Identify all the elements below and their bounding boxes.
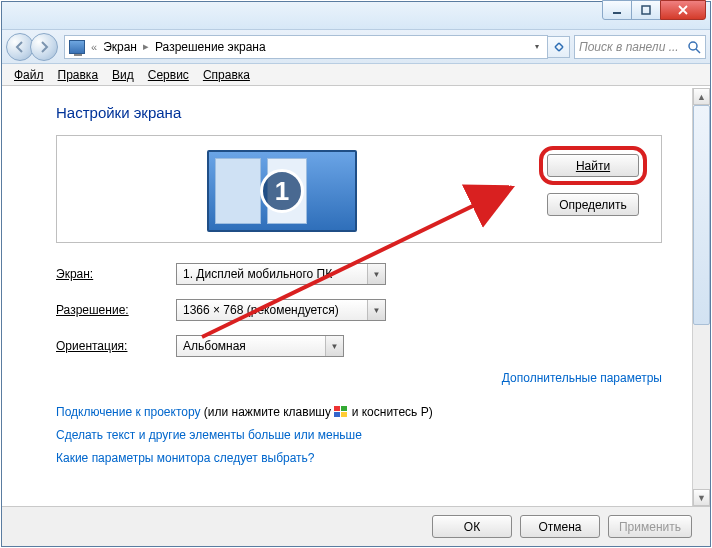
scroll-up-arrow[interactable]: ▲ xyxy=(693,88,710,105)
menu-file[interactable]: Файл xyxy=(8,66,50,84)
minimize-icon xyxy=(611,5,623,15)
content-area: Настройки экрана 1 Найти Определить Экра… xyxy=(2,88,692,506)
projector-link[interactable]: Подключение к проектору xyxy=(56,405,201,419)
refresh-button[interactable] xyxy=(548,36,570,58)
search-icon xyxy=(687,40,701,57)
menu-bar: Файл Правка Вид Сервис Справка xyxy=(2,64,710,86)
menu-view[interactable]: Вид xyxy=(106,66,140,84)
projector-line: Подключение к проектору (или нажмите кла… xyxy=(56,401,662,424)
preview-panel-left xyxy=(215,158,261,224)
row-orientation: Ориентация: Альбомная ▼ xyxy=(56,335,662,357)
find-button[interactable]: Найти xyxy=(547,154,639,177)
combo-resolution-value: 1366 × 768 (рекомендуется) xyxy=(183,303,339,317)
search-placeholder: Поиск в панели ... xyxy=(579,40,679,54)
label-screen: Экран: xyxy=(56,267,176,281)
label-orientation: Ориентация: xyxy=(56,339,176,353)
combo-resolution[interactable]: 1366 × 768 (рекомендуется) ▼ xyxy=(176,299,386,321)
display-preview-monitor[interactable]: 1 xyxy=(207,150,357,232)
dialog-footer: ОК Отмена Применить xyxy=(2,506,710,546)
svg-line-3 xyxy=(696,49,700,53)
breadcrumb-separator: « xyxy=(91,41,97,53)
minimize-button[interactable] xyxy=(602,0,632,20)
maximize-icon xyxy=(640,5,652,15)
forward-arrow-icon xyxy=(37,40,51,54)
page-title: Настройки экрана xyxy=(56,104,662,121)
svg-rect-0 xyxy=(613,12,621,14)
caption-buttons xyxy=(603,0,706,20)
svg-point-2 xyxy=(689,42,697,50)
projector-tail-a: (или нажмите клавишу xyxy=(201,405,335,419)
breadcrumb-resolution[interactable]: Разрешение экрана xyxy=(155,40,266,54)
window-frame: « Экран ▸ Разрешение экрана ▾ Поиск в па… xyxy=(1,1,711,547)
cancel-button[interactable]: Отмена xyxy=(520,515,600,538)
combo-orientation-value: Альбомная xyxy=(183,339,246,353)
advanced-settings-link[interactable]: Дополнительные параметры xyxy=(502,371,662,385)
address-bar[interactable]: « Экран ▸ Разрешение экрана ▾ xyxy=(64,35,548,59)
menu-edit[interactable]: Правка xyxy=(52,66,105,84)
combo-screen[interactable]: 1. Дисплей мобильного ПК ▼ xyxy=(176,263,386,285)
scroll-track[interactable] xyxy=(693,105,710,489)
forward-button[interactable] xyxy=(30,33,58,61)
title-bar xyxy=(2,2,710,30)
menu-help[interactable]: Справка xyxy=(197,66,256,84)
breadcrumb-arrow: ▸ xyxy=(143,40,149,53)
chevron-down-icon: ▼ xyxy=(325,336,343,356)
close-icon xyxy=(677,5,689,15)
combo-screen-value: 1. Дисплей мобильного ПК xyxy=(183,267,332,281)
chevron-down-icon: ▼ xyxy=(367,264,385,284)
search-input[interactable]: Поиск в панели ... xyxy=(574,35,706,59)
text-size-link[interactable]: Сделать текст и другие элементы больше и… xyxy=(56,428,362,442)
close-button[interactable] xyxy=(660,0,706,20)
address-dropdown[interactable]: ▾ xyxy=(531,42,543,51)
detect-button[interactable]: Определить xyxy=(547,193,639,216)
help-links: Подключение к проектору (или нажмите кла… xyxy=(56,401,662,469)
scroll-thumb[interactable] xyxy=(693,105,710,325)
apply-button[interactable]: Применить xyxy=(608,515,692,538)
display-preview-box: 1 Найти Определить xyxy=(56,135,662,243)
row-screen: Экран: 1. Дисплей мобильного ПК ▼ xyxy=(56,263,662,285)
menu-service[interactable]: Сервис xyxy=(142,66,195,84)
label-resolution: Разрешение: xyxy=(56,303,176,317)
projector-tail-b: и коснитесь P) xyxy=(348,405,432,419)
back-arrow-icon xyxy=(13,40,27,54)
advanced-link-row: Дополнительные параметры xyxy=(56,371,662,385)
vertical-scrollbar[interactable]: ▲ ▼ xyxy=(692,88,710,506)
windows-key-icon xyxy=(334,406,348,418)
nav-bar: « Экран ▸ Разрешение экрана ▾ Поиск в па… xyxy=(2,30,710,64)
maximize-button[interactable] xyxy=(631,0,661,20)
breadcrumb-screen[interactable]: Экран xyxy=(103,40,137,54)
chevron-down-icon: ▼ xyxy=(367,300,385,320)
ok-button[interactable]: ОК xyxy=(432,515,512,538)
svg-rect-1 xyxy=(642,6,650,14)
refresh-icon xyxy=(552,40,566,54)
annotation-highlight: Найти xyxy=(539,146,647,185)
scroll-down-arrow[interactable]: ▼ xyxy=(693,489,710,506)
monitor-icon xyxy=(69,40,85,54)
combo-orientation[interactable]: Альбомная ▼ xyxy=(176,335,344,357)
display-number-badge: 1 xyxy=(260,169,304,213)
row-resolution: Разрешение: 1366 × 768 (рекомендуется) ▼ xyxy=(56,299,662,321)
monitor-params-link[interactable]: Какие параметры монитора следует выбрать… xyxy=(56,451,315,465)
preview-side-buttons: Найти Определить xyxy=(539,146,647,216)
